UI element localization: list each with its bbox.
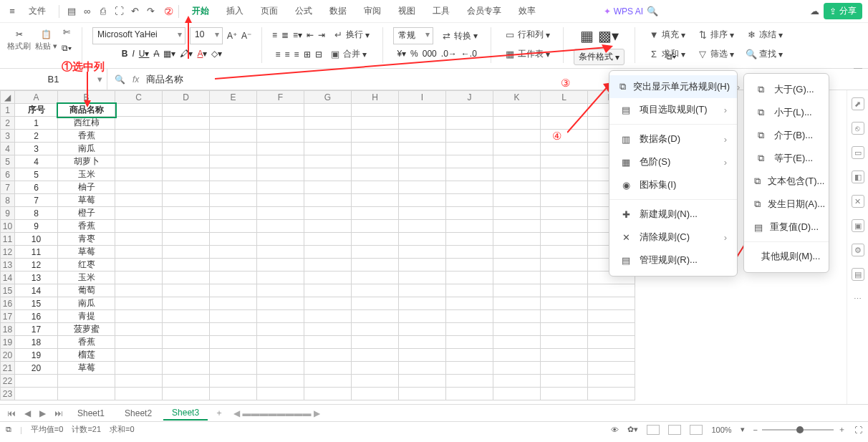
cell[interactable]: 香蕉 (58, 220, 115, 233)
tab-review[interactable]: 审阅 (357, 2, 388, 20)
italic-button[interactable]: I (132, 49, 134, 59)
row-header[interactable]: 14 (1, 272, 15, 284)
tab-efficiency[interactable]: 效率 (511, 2, 543, 20)
zoom-value[interactable]: 100% (711, 426, 731, 434)
cut-icon[interactable]: ✄ (63, 27, 70, 37)
submenu-duplicate[interactable]: ▤重复值(D)... (744, 216, 829, 239)
conditional-format-button[interactable]: 条件格式 ▾ (574, 49, 625, 65)
table-style-icon[interactable]: ▩▾ (598, 27, 619, 44)
view-normal[interactable] (647, 425, 660, 435)
cell[interactable]: 8 (15, 207, 58, 220)
cell[interactable]: 商品名称 (58, 104, 115, 117)
cell[interactable]: 4 (15, 155, 58, 168)
tab-start[interactable]: 开始 (185, 2, 216, 20)
zoom-slider[interactable] (762, 429, 834, 431)
row-header[interactable]: 21 (1, 362, 15, 375)
fx-icon[interactable]: fx (132, 75, 139, 85)
cell[interactable]: 红枣 (58, 259, 115, 272)
cell[interactable]: 柚子 (58, 181, 115, 194)
cell[interactable]: 19 (15, 349, 58, 362)
menu-new-rule[interactable]: ✚新建规则(N)... (609, 203, 737, 226)
row-header[interactable]: 5 (1, 155, 15, 168)
cell[interactable]: 1 (15, 117, 58, 130)
submenu-between[interactable]: ⧉介于(B)... (744, 124, 829, 147)
col-header-F[interactable]: F (257, 91, 304, 104)
underline-button[interactable]: U▾ (139, 49, 150, 59)
cell[interactable]: 15 (15, 297, 58, 310)
align-right-icon[interactable]: ≡ (294, 49, 299, 59)
bold-button[interactable]: B (122, 49, 128, 59)
tab-nav-prev[interactable]: ◀ (21, 408, 34, 418)
row-header[interactable]: 1 (1, 104, 15, 117)
cell[interactable]: 胡萝卜 (58, 155, 115, 168)
row-header[interactable]: 4 (1, 143, 15, 155)
paste-icon[interactable]: 📋 (41, 29, 52, 39)
row-header[interactable]: 11 (1, 233, 15, 246)
border-button[interactable]: ▦▾ (163, 49, 175, 59)
share-button[interactable]: ⇪分享 (824, 3, 862, 19)
cell[interactable]: 西红柿 (58, 117, 115, 130)
col-header-L[interactable]: L (541, 91, 588, 104)
fill-button[interactable]: ▼填充▾ (645, 27, 688, 42)
clear-format-icon[interactable]: ◇▾ (211, 49, 222, 59)
tab-nav-last[interactable]: ⏭ (52, 408, 66, 418)
view-break[interactable] (690, 425, 703, 435)
cell[interactable]: 14 (15, 284, 58, 297)
row-header[interactable]: 12 (1, 246, 15, 259)
indent-dec-icon[interactable]: ⇤ (307, 30, 314, 40)
side-icon-7[interactable]: ⚙ (852, 244, 864, 256)
percent-icon[interactable]: % (410, 49, 418, 59)
align-top-icon[interactable]: ≡ (272, 30, 277, 40)
cell[interactable]: 13 (15, 272, 58, 284)
col-header-H[interactable]: H (352, 91, 399, 104)
fullscreen-icon[interactable]: ⛶ (854, 426, 862, 434)
cell[interactable]: 橙子 (58, 207, 115, 220)
format-painter-icon[interactable]: ✂ (16, 29, 23, 39)
row-header[interactable]: 18 (1, 323, 15, 336)
copy-icon[interactable]: ⧉▾ (62, 43, 72, 53)
shrink-font-icon[interactable]: A⁻ (241, 31, 251, 41)
cell[interactable]: 2 (15, 130, 58, 143)
indent-inc-icon[interactable]: ⇥ (318, 30, 325, 40)
align-mid-icon[interactable]: ≣ (281, 30, 289, 40)
fontcolor-button[interactable]: A▾ (197, 49, 207, 59)
submenu-less-than[interactable]: ⧉小于(L)... (744, 101, 829, 124)
cell[interactable]: 18 (15, 336, 58, 349)
col-header-G[interactable]: G (304, 91, 352, 104)
zoom-formula-icon[interactable]: 🔍 (115, 75, 125, 85)
zoom-out[interactable]: − (753, 426, 758, 434)
tab-member[interactable]: 会员专享 (460, 2, 508, 20)
dec-inc-icon[interactable]: .0→ (441, 49, 457, 59)
col-header-A[interactable]: A (15, 91, 58, 104)
print-icon[interactable]: ⎙ (97, 5, 110, 18)
currency-icon[interactable]: ¥▾ (397, 49, 406, 59)
row-header[interactable]: 20 (1, 349, 15, 362)
rowcol-button[interactable]: ▭行和列▾ (501, 27, 553, 42)
save-icon[interactable]: ▤ (65, 5, 78, 18)
tab-nav-next[interactable]: ▶ (37, 408, 49, 418)
cell[interactable]: 菠萝蜜 (58, 323, 115, 336)
link-icon[interactable]: ∞ (81, 5, 94, 18)
submenu-other[interactable]: 其他规则(M)... (744, 245, 829, 268)
formula-input[interactable]: 商品名称 (146, 73, 183, 86)
row-header[interactable]: 3 (1, 130, 15, 143)
col-header-D[interactable]: D (163, 91, 210, 104)
col-header-I[interactable]: I (399, 91, 446, 104)
side-icon-5[interactable]: ✕ (852, 195, 864, 208)
align-left-icon[interactable]: ≡ (276, 49, 281, 59)
cell[interactable]: 青枣 (58, 233, 115, 246)
menu-clear-rules[interactable]: ✕清除规则(C)› (609, 226, 737, 249)
row-header[interactable]: 19 (1, 336, 15, 349)
ribbon-collapse-icon[interactable]: — (854, 63, 862, 73)
font-size-select[interactable]: 10 (190, 27, 223, 44)
dec-dec-icon[interactable]: ←.0 (461, 49, 477, 59)
comma-icon[interactable]: 000 (423, 49, 437, 59)
cell[interactable]: 5 (15, 168, 58, 181)
cell[interactable]: 16 (15, 310, 58, 323)
menu-icon[interactable]: ≡ (6, 5, 19, 18)
cell[interactable]: 9 (15, 220, 58, 233)
freeze-button[interactable]: ❄冻结▾ (743, 27, 786, 42)
cell[interactable]: 序号 (15, 104, 58, 117)
cell[interactable]: 草莓 (58, 362, 115, 375)
cell[interactable]: 12 (15, 259, 58, 272)
